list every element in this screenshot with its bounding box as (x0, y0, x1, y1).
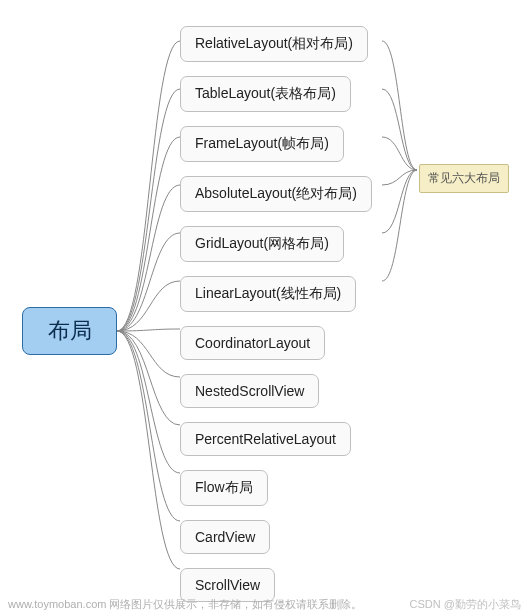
child-nestedscrollview[interactable]: NestedScrollView (180, 374, 319, 408)
child-gridlayout[interactable]: GridLayout(网格布局) (180, 226, 344, 262)
child-relativelayout[interactable]: RelativeLayout(相对布局) (180, 26, 368, 62)
group-label-text: 常见六大布局 (428, 171, 500, 185)
footer-left: www.toymoban.com 网络图片仅供展示，非存储，如有侵权请联系删除。 (8, 597, 362, 612)
child-linearlayout[interactable]: LinearLayout(线性布局) (180, 276, 356, 312)
child-framelayout[interactable]: FrameLayout(帧布局) (180, 126, 344, 162)
footer: www.toymoban.com 网络图片仅供展示，非存储，如有侵权请联系删除。… (8, 597, 521, 612)
child-coordinatorlayout[interactable]: CoordinatorLayout (180, 326, 325, 360)
root-node[interactable]: 布局 (22, 307, 117, 355)
child-absolutelayout[interactable]: AbsoluteLayout(绝对布局) (180, 176, 372, 212)
child-list: RelativeLayout(相对布局) TableLayout(表格布局) F… (180, 26, 372, 602)
footer-right: CSDN @勤劳的小菜鸟 (410, 597, 521, 612)
group-label[interactable]: 常见六大布局 (419, 164, 509, 193)
child-cardview[interactable]: CardView (180, 520, 270, 554)
child-flow[interactable]: Flow布局 (180, 470, 268, 506)
child-tablelayout[interactable]: TableLayout(表格布局) (180, 76, 351, 112)
child-percentrelativelayout[interactable]: PercentRelativeLayout (180, 422, 351, 456)
root-label: 布局 (48, 316, 92, 346)
